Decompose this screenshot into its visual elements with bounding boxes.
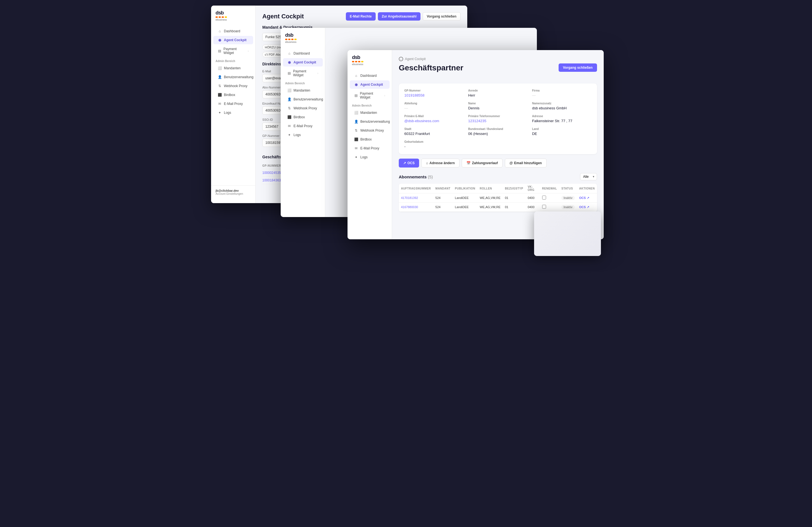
gp-tel-value[interactable]: 123124235 <box>468 119 527 123</box>
col-rollen: ROLLEN <box>478 184 503 193</box>
mail-icon: ✉ <box>218 102 222 106</box>
window4-bg <box>534 211 601 256</box>
sidebar-item-agent-cockpit[interactable]: ◉ Agent Cockpit <box>213 36 253 44</box>
abonnements-section: Abonnements (5) Alle ▼ AUFTR <box>399 173 597 212</box>
sidebar-w3-benutzer[interactable]: 👤 Benutzerverwaltung <box>350 117 390 126</box>
home-icon-btn: ⌂ <box>426 161 428 165</box>
sidebar-w3-dashboard[interactable]: ⌂ Dashboard <box>350 72 390 80</box>
home-icon: ⌂ <box>218 29 222 33</box>
gear-icon: ✦ <box>218 111 222 115</box>
gear-icon: ✦ <box>354 155 358 159</box>
email-rechte-button[interactable]: E-Mail Rechte <box>346 12 376 20</box>
box-icon: ⬛ <box>218 93 222 97</box>
adresse-aendern-btn[interactable]: ⌂ Adresse ändern <box>421 159 460 167</box>
sidebar-item-logs[interactable]: ✦ Logs <box>213 108 253 117</box>
sidebar-item-mandanten[interactable]: ⬜ Mandanten <box>213 64 253 72</box>
gp-anrede-value: Herr <box>468 93 527 97</box>
vorgang-schliessen-button-1[interactable]: Vorgang schließen <box>423 12 461 20</box>
sidebar-w3-mandanten[interactable]: ⬜ Mandanten <box>350 108 390 117</box>
external-icon-2: ↗ <box>587 205 589 209</box>
sidebar-w3-payment[interactable]: ▤ Payment Widget › <box>350 89 390 102</box>
gp-info-card: GP-Nummer 1019188558 Anrede Herr Firma —… <box>399 84 597 154</box>
file-icon: ⬜ <box>218 66 222 70</box>
info-grid-row2: Abteilung — Name Dennis Namenszusatz dsb… <box>404 102 592 110</box>
col-mandant: MANDANT <box>433 184 453 193</box>
abo-row1-nr[interactable]: 4170181392 <box>399 193 433 202</box>
sidebar-item-webhook[interactable]: ⇅ Webhook Proxy <box>213 82 253 90</box>
sidebar-item-benutzerverwaltung[interactable]: 👤 Benutzerverwaltung <box>213 73 253 81</box>
home-icon: ⌂ <box>287 51 291 55</box>
users-icon: 👤 <box>287 97 291 101</box>
gp-adresse-field: Adresse Falkensteiner Str. 77 , 77 <box>532 115 592 123</box>
logo-dots <box>216 16 251 18</box>
abo-filter-select[interactable]: Alle <box>580 173 597 180</box>
gp-detail-header: ← Agent Cockpit Geschäftspartner Vorgang… <box>399 57 597 78</box>
arrows-icon: ⇅ <box>354 129 358 133</box>
sidebar-w3-birdbox[interactable]: ⬛ Birdbox <box>350 135 390 144</box>
angebotsauswahl-button[interactable]: Zur Angebotsauswahl <box>378 12 420 20</box>
box-icon: ⬛ <box>287 115 291 119</box>
col-publikation: PUBLIKATION <box>453 184 478 193</box>
sidebar-w2-benutzer[interactable]: 👤 Benutzerverwaltung <box>283 95 323 104</box>
sidebar-item-dashboard[interactable]: ⌂ Dashboard <box>213 27 253 35</box>
sidebar-w3-email-proxy[interactable]: ✉ E-Mail Proxy <box>350 144 390 152</box>
calendar-icon: 📅 <box>466 161 470 165</box>
breadcrumb[interactable]: ← Agent Cockpit <box>399 57 463 61</box>
sidebar-item-email-proxy[interactable]: ✉ E-Mail Proxy <box>213 100 253 108</box>
gp-stadt-value: 60322 Frankfurt <box>404 132 464 136</box>
gp-stadt-field: Stadt 60322 Frankfurt <box>404 127 464 136</box>
ocs-link-1[interactable]: OCS ↗ <box>579 196 595 200</box>
arrows-icon: ⇅ <box>287 106 291 110</box>
abo-row-1: 4170181392 524 LandiDEE WE,AG,VM,RE 01 0… <box>399 193 597 202</box>
sidebar-item-payment-widget[interactable]: ▤ Payment Widget › <box>213 45 253 57</box>
file-icon: ⬜ <box>287 89 291 92</box>
info-grid-row4: Stadt 60322 Frankfurt Bundesstaat / Bund… <box>404 127 592 136</box>
sidebar-w2-payment[interactable]: ▤ Payment Widget › <box>283 67 323 79</box>
gp-geburtsdatum-section: Geburtsdatum - <box>404 140 592 149</box>
abo-row1-pub: LandiDEE <box>453 193 478 202</box>
info-grid-row3: Primäre E-Mail @dsb-ebusiness.com Primär… <box>404 115 592 123</box>
credit-card-icon: ▤ <box>287 71 291 75</box>
sidebar-w2-agent-cockpit[interactable]: ◉ Agent Cockpit <box>283 58 323 66</box>
abo-row2-pub: LandiDEE <box>453 202 478 212</box>
gp-geburtsdatum-value: - <box>404 145 592 149</box>
renewal-checkbox-1[interactable] <box>542 196 546 199</box>
abo-row1-mandant: 524 <box>433 193 453 202</box>
sidebar-main: dsb ebusiness ⌂ Dashboard ◉ Agent Cockpi… <box>211 5 256 203</box>
col-auftrag: AUFTRAGSNUMMER <box>399 184 433 193</box>
sidebar-w3-webhook[interactable]: ⇅ Webhook Proxy <box>350 126 390 135</box>
mail-icon: ✉ <box>354 146 358 150</box>
renewal-checkbox-2[interactable] <box>542 205 546 209</box>
sidebar-w2-webhook[interactable]: ⇅ Webhook Proxy <box>283 104 323 112</box>
sidebar-w2-dashboard[interactable]: ⌂ Dashboard <box>283 49 323 58</box>
sidebar-w2-birdbox[interactable]: ⬛ Birdbox <box>283 113 323 121</box>
gp-namenszusatz-field: Namenszusatz dsb ebusiness GmbH <box>532 102 592 110</box>
gp-abteilung-field: Abteilung — <box>404 102 464 110</box>
file-icon: ⬜ <box>354 111 358 115</box>
gp-nummer-value[interactable]: 1019188558 <box>404 93 464 97</box>
abo-row2-nr[interactable]: 4167880030 <box>399 202 433 212</box>
sidebar-w2-email-proxy[interactable]: ✉ E-Mail Proxy <box>283 122 323 130</box>
ocs-btn[interactable]: ↗ OCS <box>399 159 419 167</box>
sidebar-item-birdbox[interactable]: ⬛ Birdbox <box>213 91 253 99</box>
gp-email-value[interactable]: @dsb-ebusiness.com <box>404 119 464 123</box>
col-status: STATUS <box>559 184 577 193</box>
credit-card-icon: ▤ <box>354 93 358 97</box>
gear-icon: ✦ <box>287 133 291 137</box>
email-hinzufuegen-btn[interactable]: @ Email hinzufügen <box>505 159 547 167</box>
home-icon: ⌂ <box>354 74 358 78</box>
abo-row1-rollen: WE,AG,VM,RE <box>478 193 503 202</box>
zahlungsverlauf-btn[interactable]: 📅 Zahlungsverlauf <box>462 159 503 167</box>
sidebar-w2-mandanten[interactable]: ⬜ Mandanten <box>283 86 323 95</box>
vorgang-schliessen-btn-w3[interactable]: Vorgang schließen <box>559 63 597 72</box>
ocs-link-2[interactable]: OCS ↗ <box>579 205 595 209</box>
logo-w3: dsb ebusiness <box>348 55 392 71</box>
col-vk-org: VK-ORG <box>525 184 540 193</box>
gp-name-field: Name Dennis <box>468 102 527 110</box>
abo-row1-aktion: OCS ↗ <box>577 193 597 202</box>
gp-anrede-field: Anrede Herr <box>468 89 527 97</box>
sidebar-w2-logs[interactable]: ✦ Logs <box>283 131 323 139</box>
sidebar-w3-logs[interactable]: ✦ Logs <box>350 153 390 161</box>
circle-icon: ◉ <box>354 82 358 87</box>
sidebar-w3-agent-cockpit[interactable]: ◉ Agent Cockpit <box>350 80 390 89</box>
